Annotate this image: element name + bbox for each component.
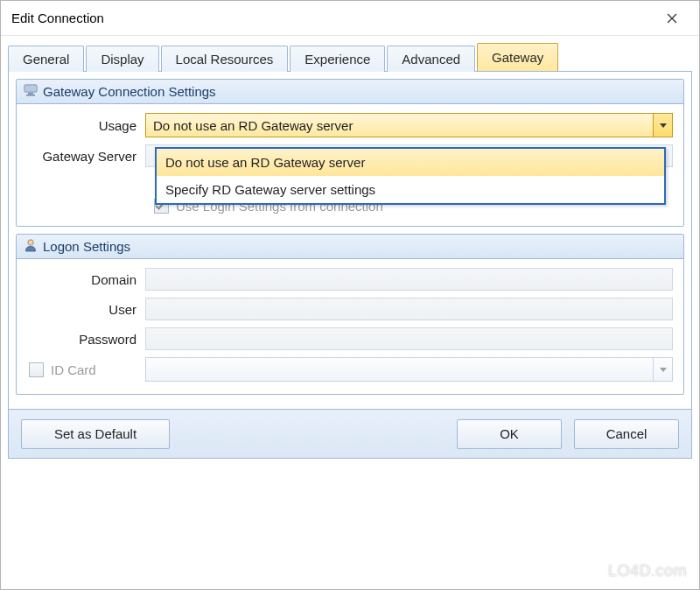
tab-area: General Display Local Resources Experien…	[1, 36, 699, 72]
idcard-checkbox[interactable]	[29, 362, 44, 377]
window-title: Edit Connection	[11, 11, 652, 25]
button-bar: Set as Default OK Cancel	[8, 410, 692, 459]
password-input[interactable]	[145, 327, 673, 350]
close-icon	[667, 13, 677, 24]
tab-experience[interactable]: Experience	[290, 46, 385, 72]
domain-row: Domain	[27, 268, 673, 291]
password-row: Password	[27, 327, 673, 350]
watermark: LO4D.com	[608, 562, 687, 580]
chevron-down-icon	[653, 114, 672, 137]
usage-select-value: Do not use an RD Gateway server	[153, 118, 353, 133]
tab-gateway[interactable]: Gateway	[477, 43, 558, 71]
tab-local-resources[interactable]: Local Resources	[161, 46, 289, 72]
svg-marker-8	[660, 368, 667, 372]
svg-rect-4	[28, 93, 33, 95]
password-label: Password	[27, 332, 145, 347]
chevron-down-icon	[653, 358, 672, 381]
svg-point-7	[28, 240, 33, 245]
svg-marker-6	[660, 123, 667, 128]
idcard-select[interactable]	[145, 357, 673, 382]
usage-option-0[interactable]: Do not use an RD Gateway server	[157, 149, 664, 176]
usage-dropdown[interactable]: Do not use an RD Gateway server Specify …	[155, 147, 666, 205]
idcard-row: ID Card	[27, 357, 673, 382]
usage-option-1[interactable]: Specify RD Gateway server settings	[157, 176, 664, 203]
svg-rect-3	[25, 86, 36, 91]
gateway-group-title: Gateway Connection Settings	[43, 84, 216, 99]
ok-button[interactable]: OK	[457, 419, 562, 449]
user-row: User	[27, 298, 673, 320]
user-label: User	[27, 302, 145, 317]
server-icon	[24, 83, 38, 100]
svg-rect-5	[26, 95, 35, 96]
user-input[interactable]	[145, 298, 673, 320]
tab-strip: General Display Local Resources Experien…	[8, 43, 692, 72]
tab-display[interactable]: Display	[86, 46, 158, 72]
gateway-server-label: Gateway Server	[27, 149, 145, 164]
close-button[interactable]	[652, 4, 692, 32]
logon-group-body: Domain User Password	[17, 259, 683, 394]
cancel-button[interactable]: Cancel	[574, 419, 679, 449]
tab-advanced[interactable]: Advanced	[387, 46, 475, 72]
logon-group-header: Logon Settings	[17, 235, 683, 259]
titlebar: Edit Connection	[1, 1, 699, 36]
gateway-group-header: Gateway Connection Settings	[17, 80, 683, 104]
logon-settings-group: Logon Settings Domain User Password	[16, 234, 684, 395]
tab-content: Gateway Connection Settings Usage Do not…	[8, 72, 692, 410]
domain-input[interactable]	[145, 268, 673, 291]
usage-label: Usage	[27, 118, 145, 133]
usage-row: Usage Do not use an RD Gateway server	[27, 113, 673, 137]
user-icon	[24, 238, 38, 255]
domain-label: Domain	[27, 272, 145, 287]
tab-general[interactable]: General	[8, 46, 84, 72]
set-default-button[interactable]: Set as Default	[21, 419, 170, 449]
logon-group-title: Logon Settings	[43, 239, 130, 254]
idcard-label: ID Card	[51, 362, 96, 377]
idcard-label-wrap: ID Card	[27, 362, 145, 377]
dialog-window: Edit Connection General Display Local Re…	[0, 0, 700, 590]
gateway-settings-group: Gateway Connection Settings Usage Do not…	[16, 79, 684, 227]
usage-select[interactable]: Do not use an RD Gateway server	[145, 113, 673, 137]
